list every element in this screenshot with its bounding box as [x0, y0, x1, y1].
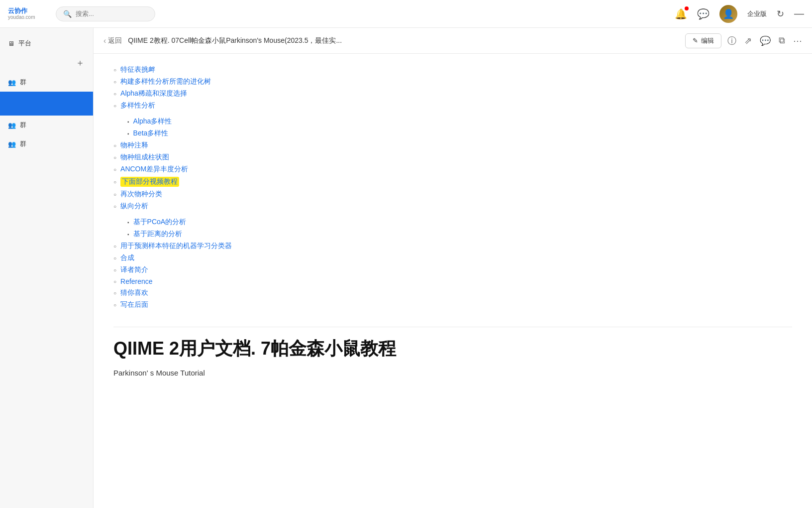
toc-item-reclassify[interactable]: 再次物种分类	[113, 188, 792, 200]
topbar-right: 🔔 💬 👤 企业版 ↻ —	[675, 5, 804, 23]
edit-icon: ✎	[693, 37, 698, 44]
group3-icon: 👥	[8, 140, 16, 148]
toc-item-label: 构建多样性分析所需的进化树	[120, 77, 211, 86]
app-logo: 云协作 youdao.com	[8, 7, 48, 21]
toc-item-diversity[interactable]: 多样性分析	[113, 100, 792, 112]
toc-item-label: ANCOM差异丰度分析	[120, 165, 188, 174]
edit-label: 编辑	[701, 36, 714, 45]
toc-item-recommend[interactable]: 猜你喜欢	[113, 287, 792, 299]
toc-list-2: 物种注释 物种组成柱状图 ANCOM差异丰度分析 下面部分视频教程 再次物种分类…	[113, 139, 792, 212]
sidebar-group2-label: 群	[20, 121, 26, 129]
content-area: ‹ 返回 QIIME 2教程. 07Cell帕金森小鼠Parkinson's M…	[94, 28, 812, 508]
sidebar-item-selected[interactable]	[0, 92, 93, 116]
toc-sublist-longitudinal: 基于PCoA的分析 基于距离的分析	[127, 216, 792, 240]
toc-item-label: 猜你喜欢	[120, 288, 148, 297]
minimize-button[interactable]: —	[794, 8, 804, 19]
search-icon: 🔍	[63, 10, 72, 18]
toc-item-label: 用于预测样本特征的机器学习分类器	[120, 242, 232, 251]
doc-subtitle: Parkinson' s Mouse Tutorial	[113, 369, 792, 377]
toc-item-label: 特征表挑衅	[120, 65, 155, 74]
toc-item-label: Alpha稀疏和深度选择	[120, 89, 187, 98]
info-button[interactable]: ⓘ	[727, 35, 736, 47]
more-button[interactable]: ⋯	[793, 35, 802, 46]
toc-list: 特征表挑衅 构建多样性分析所需的进化树 Alpha稀疏和深度选择 多样性分析	[113, 64, 792, 112]
back-chevron-icon: ‹	[103, 36, 106, 45]
toc-subitem-label: Alpha多样性	[133, 117, 172, 126]
sidebar-group3-label: 群	[20, 139, 26, 148]
sidebar-group1-label: 群	[20, 78, 26, 87]
toc-list-3: 用于预测样本特征的机器学习分类器 合成 译者简介 Reference 猜你喜欢 …	[113, 240, 792, 311]
toc-item-characteristics[interactable]: 特征表挑衅	[113, 64, 792, 76]
back-button[interactable]: ‹ 返回	[103, 36, 122, 45]
toc-item-label: 物种组成柱状图	[120, 153, 169, 162]
sub-header-icons: ⓘ ⇗ 💬 ⧉ ⋯	[727, 35, 802, 47]
toc-item-tree[interactable]: 构建多样性分析所需的进化树	[113, 76, 792, 88]
sidebar-add-section: ＋	[0, 53, 93, 73]
toc-item-label: 写在后面	[120, 300, 148, 309]
avatar-image: 👤	[723, 8, 734, 19]
toc-item-label: 下面部分视频教程	[120, 177, 179, 187]
toc-item-ancom[interactable]: ANCOM差异丰度分析	[113, 163, 792, 175]
logo-domain: youdao.com	[8, 14, 48, 20]
search-input[interactable]	[76, 10, 145, 17]
search-box[interactable]: 🔍	[56, 6, 155, 21]
doc-title: QIIME 2教程. 07Cell帕金森小鼠Parkinson's Mouse(…	[128, 36, 679, 45]
sidebar: 🖥 平台 ＋ 👥 群 👥 群 👥 群	[0, 28, 94, 508]
sidebar-item-platform[interactable]: 🖥 平台	[0, 34, 93, 53]
toc-subitem-pcoa[interactable]: 基于PCoA的分析	[127, 216, 792, 228]
toc-item-video[interactable]: 下面部分视频教程	[113, 175, 792, 188]
notification-badge	[685, 6, 689, 10]
notification-button[interactable]: 🔔	[675, 8, 687, 20]
group2-icon: 👥	[8, 122, 16, 129]
add-button[interactable]: ＋	[75, 58, 85, 68]
toc-subitem-label: Beta多样性	[133, 129, 169, 138]
toc-item-ml[interactable]: 用于预测样本特征的机器学习分类器	[113, 240, 792, 252]
toc-item-label: Reference	[120, 277, 153, 285]
topbar: 云协作 youdao.com 🔍 🔔 💬 👤 企业版 ↻ —	[0, 0, 812, 28]
enterprise-button[interactable]: 企业版	[747, 9, 767, 18]
toc-item-postscript[interactable]: 写在后面	[113, 299, 792, 311]
toc-item-label: 合成	[120, 254, 134, 262]
toc-subitem-beta[interactable]: Beta多样性	[127, 127, 792, 139]
toc-item-translator[interactable]: 译者简介	[113, 264, 792, 276]
message-button[interactable]: 💬	[697, 8, 710, 20]
toc-item-label: 再次物种分类	[120, 190, 162, 199]
sidebar-item-group3[interactable]: 👥 群	[0, 134, 93, 153]
toc-item-bar[interactable]: 物种组成柱状图	[113, 151, 792, 163]
back-label: 返回	[108, 36, 122, 45]
sidebar-platform-label: 平台	[18, 39, 31, 48]
toc-item-label: 物种注释	[120, 141, 148, 150]
message-icon: 💬	[697, 8, 710, 20]
toc-item-taxonomy[interactable]: 物种注释	[113, 139, 792, 151]
sub-header: ‹ 返回 QIIME 2教程. 07Cell帕金森小鼠Parkinson's M…	[94, 28, 812, 54]
sidebar-item-group2[interactable]: 👥 群	[0, 116, 93, 134]
toc-sublist-diversity: Alpha多样性 Beta多样性	[127, 116, 792, 139]
toc-subitem-alpha[interactable]: Alpha多样性	[127, 116, 792, 127]
toc-item-label: 译者简介	[120, 265, 148, 274]
toc-item-label: 多样性分析	[120, 101, 155, 110]
avatar[interactable]: 👤	[719, 5, 737, 23]
group1-icon: 👥	[8, 79, 16, 86]
logo-text: 云协作	[8, 7, 48, 15]
toc-item-longitudinal[interactable]: 纵向分析	[113, 200, 792, 212]
toc-item-reference[interactable]: Reference	[113, 276, 792, 287]
toc-item-label: 纵向分析	[120, 202, 148, 211]
doc-main-title: QIIME 2用户文档. 7帕金森小鼠教程	[113, 337, 792, 361]
toc-subitem-label: 基于PCoA的分析	[133, 218, 187, 227]
toc-item-synthesis[interactable]: 合成	[113, 252, 792, 264]
toc-subitem-label: 基于距离的分析	[133, 230, 182, 239]
refresh-button[interactable]: ↻	[777, 8, 784, 19]
main-layout: 🖥 平台 ＋ 👥 群 👥 群 👥 群 ‹ 返回 QIIME 2教程.	[0, 28, 812, 508]
toc-subitem-distance[interactable]: 基于距离的分析	[127, 228, 792, 240]
sidebar-item-group1[interactable]: 👥 群	[0, 73, 93, 92]
copy-button[interactable]: ⧉	[779, 35, 785, 46]
doc-content: 特征表挑衅 构建多样性分析所需的进化树 Alpha稀疏和深度选择 多样性分析 A…	[94, 54, 812, 508]
platform-icon: 🖥	[8, 40, 14, 47]
comment-button[interactable]: 💬	[760, 35, 771, 46]
doc-heading-section: QIIME 2用户文档. 7帕金森小鼠教程 Parkinson' s Mouse…	[113, 327, 792, 377]
share-button[interactable]: ⇗	[744, 35, 752, 46]
toc-item-alpha-rare[interactable]: Alpha稀疏和深度选择	[113, 88, 792, 100]
edit-button[interactable]: ✎ 编辑	[685, 33, 721, 48]
